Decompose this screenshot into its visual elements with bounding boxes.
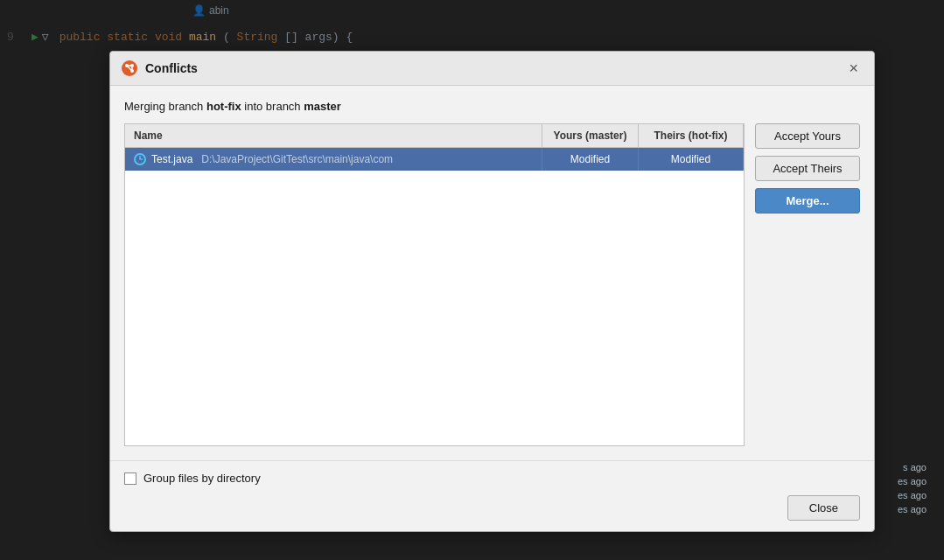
file-name: Test.java	[151, 153, 192, 165]
file-sync-icon	[134, 153, 146, 165]
merge-info: Merging branch hot-fix into branch maste…	[124, 100, 860, 113]
conflicts-dialog: Conflicts × Merging branch hot-fix into …	[109, 51, 875, 532]
git-icon	[121, 60, 138, 77]
timeline-entry: es ago	[898, 474, 927, 488]
dialog-icon	[121, 60, 138, 77]
group-by-dir-checkbox[interactable]	[124, 472, 136, 485]
col-header-theirs: Theirs (hot-fix)	[639, 124, 744, 147]
file-name-cell: Test.java D:\JavaProject\GitTest\src\mai…	[125, 148, 542, 171]
timeline-entry: es ago	[898, 502, 927, 516]
branch-to: master	[304, 100, 341, 113]
merge-prefix: Merging branch	[124, 100, 206, 113]
close-button[interactable]: Close	[787, 495, 860, 521]
yours-status: Modified	[542, 148, 639, 171]
dialog-bottom-bar: Close	[110, 495, 874, 531]
table-row[interactable]: Test.java D:\JavaProject\GitTest\src\mai…	[125, 148, 744, 171]
table-header: Name Yours (master) Theirs (hot-fix)	[125, 124, 744, 148]
timeline-entry: s ago	[898, 460, 927, 474]
timeline-entry: es ago	[898, 488, 927, 502]
accept-yours-button[interactable]: Accept Yours	[755, 123, 860, 149]
conflicts-table: Name Yours (master) Theirs (hot-fix)	[124, 123, 745, 446]
merge-middle: into branch	[241, 100, 304, 113]
table-body: Test.java D:\JavaProject\GitTest\src\mai…	[125, 148, 744, 445]
group-by-dir-label: Group files by directory	[143, 472, 261, 485]
buttons-panel: Accept Yours Accept Theirs Merge...	[755, 123, 860, 214]
col-header-yours: Yours (master)	[542, 124, 639, 147]
timeline-entries: s ago es ago es ago es ago	[898, 460, 927, 516]
branch-from: hot-fix	[206, 100, 241, 113]
dialog-titlebar: Conflicts ×	[110, 52, 874, 86]
accept-theirs-button[interactable]: Accept Theirs	[755, 156, 860, 181]
dialog-content: Name Yours (master) Theirs (hot-fix)	[124, 123, 860, 446]
merge-button[interactable]: Merge...	[755, 188, 860, 214]
dialog-body: Merging branch hot-fix into branch maste…	[110, 86, 874, 460]
col-header-name: Name	[125, 124, 542, 147]
file-path: D:\JavaProject\GitTest\src\main\java\com	[201, 153, 393, 165]
dialog-title: Conflicts	[145, 61, 843, 75]
dialog-footer: Group files by directory	[110, 460, 874, 495]
close-icon[interactable]: ×	[843, 59, 864, 78]
theirs-status: Modified	[639, 148, 744, 171]
